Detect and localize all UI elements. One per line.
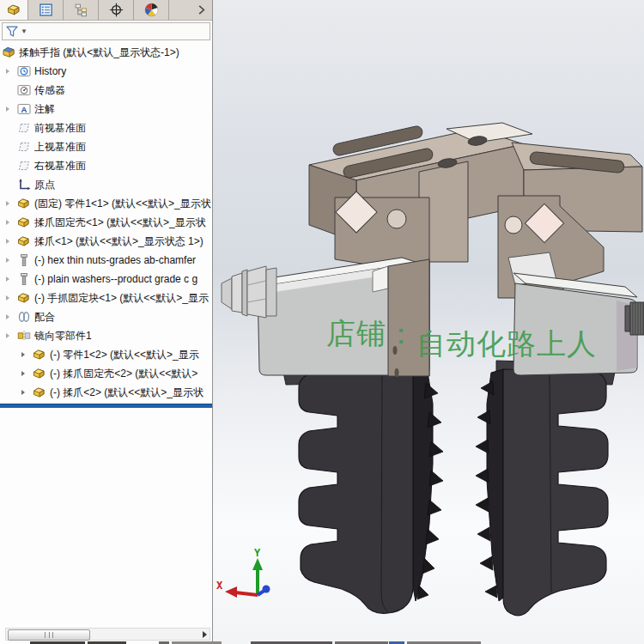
tree-item-label: 前视基准面 (34, 121, 86, 136)
feature-manager-panel: ▼ 揉触手指 (默认<默认_显示状态-1>)History传感器A注解前视基准面… (0, 0, 213, 644)
tree-item-front-plane[interactable]: 前视基准面 (0, 118, 212, 137)
tree-item-label: 揉爪固定壳<1> (默认<<默认>_显示状 (34, 216, 206, 230)
tab-propertymanager[interactable] (28, 0, 64, 20)
panel-tab-strip (0, 0, 212, 21)
expand-arrow-icon[interactable] (6, 276, 9, 282)
list-icon (39, 3, 53, 17)
expand-arrow-icon[interactable] (21, 390, 25, 395)
expand-arrow-icon[interactable] (6, 69, 9, 74)
tree-item-label: 上视基准面 (34, 140, 86, 155)
triad-y-label: Y (254, 547, 261, 559)
3d-viewport[interactable]: 店铺：自动化路上人 Y X (213, 0, 644, 644)
expand-arrow-icon[interactable] (6, 333, 9, 338)
part-icon (17, 234, 31, 248)
crosshair-icon (109, 3, 124, 17)
svg-text:A: A (21, 105, 27, 114)
tree-item-label: 传感器 (34, 83, 65, 98)
tree-item-part1-1[interactable]: (固定) 零件1<1> (默认<<默认>_显示状 (0, 194, 212, 213)
tree-item-label: 右视基准面 (34, 159, 86, 173)
annotations-icon: A (17, 102, 31, 116)
colorwheel-icon (144, 3, 159, 17)
tree-item-label: 配合 (34, 310, 55, 325)
tree-item-label: 原点 (34, 178, 55, 192)
plane-icon (17, 159, 31, 173)
tree-item-label: 揉爪<1> (默认<<默认>_显示状态 1>) (34, 234, 204, 249)
expand-arrow-icon[interactable] (6, 258, 9, 263)
tree-item-sensors[interactable]: 传感器 (0, 81, 212, 100)
fastener-icon (17, 253, 31, 267)
expand-arrow-icon[interactable] (6, 201, 9, 206)
tree-item-label: 揉触手指 (默认<默认_显示状态-1>) (19, 46, 179, 60)
tree-item-label: (-) plain washers--product grade c g (34, 273, 197, 285)
expand-arrow-icon[interactable] (6, 239, 9, 244)
scrollbar-grip-icon (45, 632, 53, 638)
tree-item-annotations[interactable]: A注解 (0, 100, 212, 118)
tree-item-label: (-) 揉爪<2> (默认<<默认>_显示状 (50, 386, 204, 400)
tree-item-right-plane[interactable]: 右视基准面 (0, 156, 212, 175)
right-gripper-finger (476, 369, 608, 616)
config-icon (74, 3, 88, 17)
tree-item-claw-shell-2[interactable]: (-) 揉爪固定壳<2> (默认<<默认> (0, 364, 212, 383)
expand-arrow-icon[interactable] (6, 295, 9, 301)
part-icon (17, 291, 31, 305)
horizontal-scrollbar[interactable] (5, 628, 210, 641)
part-icon (33, 348, 46, 361)
tree-item-label: (-) 零件1<2> (默认<<默认>_显示 (50, 348, 199, 362)
tree-item-label: (-) hex thin nuts-grades ab-chamfer (34, 254, 196, 266)
tab-dimxpertmanager[interactable] (99, 0, 134, 20)
assembly-icon (2, 46, 15, 59)
history-icon (17, 64, 31, 78)
tree-item-origin[interactable]: 原点 (0, 175, 212, 194)
triad-x-label: X (216, 580, 223, 592)
tree-item-mirror-comp[interactable]: 镜向零部件1 (0, 326, 212, 345)
tree-item-label: 注解 (34, 102, 55, 117)
mates-icon (17, 310, 31, 324)
chevron-right-icon (195, 3, 208, 16)
tree-item-label: (-) 揉爪固定壳<2> (默认<<默认> (50, 367, 197, 381)
tab-displaymanager[interactable] (134, 0, 169, 20)
triad-z-axis (263, 586, 270, 593)
expand-arrow-icon[interactable] (6, 314, 9, 319)
sensors-icon (17, 83, 31, 97)
tree-item-part1-2[interactable]: (-) 零件1<2> (默认<<默认>_显示 (0, 345, 212, 364)
tree-item-label: (-) 手抓固定块<1> (默认<<默认>_显示 (34, 291, 209, 306)
expand-arrow-icon[interactable] (6, 106, 9, 112)
filter-dropdown-caret-icon[interactable]: ▼ (21, 27, 27, 35)
fastener-icon (17, 272, 31, 286)
expand-arrow-icon[interactable] (21, 352, 25, 357)
tree-item-washers[interactable]: (-) plain washers--product grade c g (0, 270, 212, 289)
left-gripper-finger (299, 369, 443, 613)
orientation-triad: Y X (216, 547, 270, 598)
scrollbar-thumb[interactable] (8, 629, 90, 641)
tree-item-mates[interactable]: 配合 (0, 307, 212, 326)
part-icon (33, 386, 46, 399)
expand-arrow-icon[interactable] (21, 371, 25, 376)
tree-item-claw-2[interactable]: (-) 揉爪<2> (默认<<默认>_显示状 (0, 383, 212, 402)
tree-item-grab-block[interactable]: (-) 手抓固定块<1> (默认<<默认>_显示 (0, 289, 212, 307)
tree-item-root[interactable]: 揉触手指 (默认<默认_显示状态-1>) (0, 43, 212, 62)
part-icon (17, 216, 31, 229)
tab-featuremanager[interactable] (0, 0, 28, 20)
cad-model: 店铺：自动化路上人 Y X (213, 0, 644, 644)
tree-item-claw-shell-1[interactable]: 揉爪固定壳<1> (默认<<默认>_显示状 (0, 213, 212, 232)
tab-overflow-button[interactable] (190, 0, 212, 20)
filter-icon (5, 25, 19, 39)
plane-icon (17, 140, 31, 154)
part-icon (17, 197, 31, 210)
tree-item-hex-nuts[interactable]: (-) hex thin nuts-grades ab-chamfer (0, 251, 212, 270)
tab-configurationmanager[interactable] (64, 0, 99, 20)
tree-item-top-plane[interactable]: 上视基准面 (0, 137, 212, 156)
tree-item-label: History (34, 65, 66, 77)
rollback-bar[interactable] (0, 404, 212, 408)
tree-item-history[interactable]: History (0, 62, 212, 81)
tree-item-claw-1[interactable]: 揉爪<1> (默认<<默认>_显示状态 1>) (0, 232, 212, 251)
feature-tree: 揉触手指 (默认<默认_显示状态-1>)History传感器A注解前视基准面上视… (0, 41, 212, 402)
plane-icon (17, 121, 31, 135)
filter-bar[interactable]: ▼ (2, 22, 210, 40)
scrollbar-right-arrow-icon[interactable] (203, 631, 207, 638)
expand-arrow-icon[interactable] (6, 220, 9, 225)
part-icon (33, 367, 46, 380)
origin-icon (17, 178, 31, 191)
tree-item-label: (固定) 零件1<1> (默认<<默认>_显示状 (34, 197, 211, 211)
mirror-icon (17, 329, 31, 343)
